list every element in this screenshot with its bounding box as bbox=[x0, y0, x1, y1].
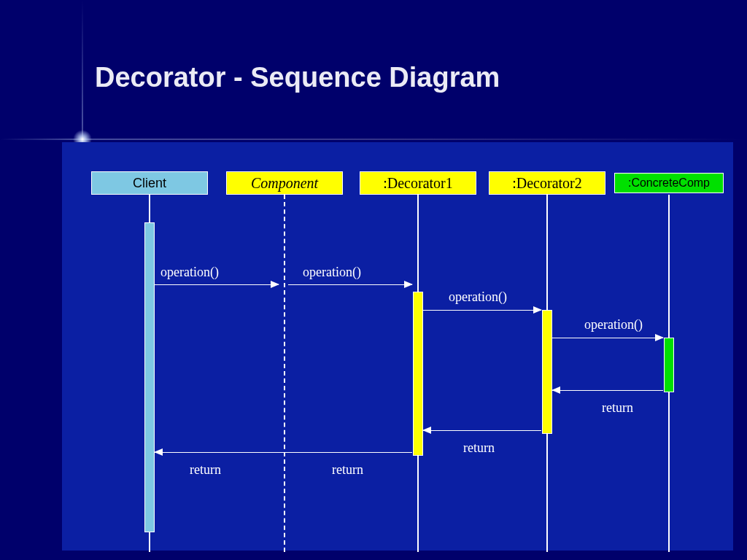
return-label: return bbox=[332, 462, 363, 478]
return-label: return bbox=[463, 440, 495, 456]
activation-decorator1 bbox=[413, 292, 423, 456]
participant-client: Client bbox=[91, 171, 208, 195]
participant-label: :ConcreteComp bbox=[628, 176, 710, 190]
participant-decorator2: :Decorator2 bbox=[489, 171, 605, 195]
decorative-line-horizontal bbox=[0, 139, 747, 140]
participant-label: :Decorator1 bbox=[383, 175, 453, 192]
lifeline-component bbox=[284, 195, 285, 552]
return-label: return bbox=[602, 400, 633, 416]
activation-concrete bbox=[664, 338, 674, 392]
participant-concrete: :ConcreteComp bbox=[614, 173, 724, 193]
message-arrow bbox=[552, 338, 663, 338]
message-label: operation() bbox=[160, 265, 219, 280]
participant-component: Component bbox=[226, 171, 343, 195]
return-arrow bbox=[552, 390, 663, 391]
message-label: operation() bbox=[449, 289, 507, 305]
return-arrow bbox=[155, 452, 412, 453]
message-arrow bbox=[288, 284, 412, 285]
participant-label: Component bbox=[251, 175, 318, 192]
participant-label: Client bbox=[133, 176, 166, 191]
activation-client bbox=[144, 222, 155, 532]
participant-label: :Decorator2 bbox=[512, 175, 582, 192]
return-label: return bbox=[190, 462, 221, 478]
return-arrow bbox=[423, 430, 541, 431]
message-arrow bbox=[155, 284, 279, 285]
message-label: operation() bbox=[584, 317, 643, 332]
participant-decorator1: :Decorator1 bbox=[360, 171, 476, 195]
message-label: operation() bbox=[303, 265, 361, 280]
slide-title: Decorator - Sequence Diagram bbox=[95, 62, 500, 93]
message-arrow bbox=[423, 310, 541, 311]
diagram-canvas: Client Component :Decorator1 :Decorator2… bbox=[62, 142, 733, 551]
activation-decorator2 bbox=[542, 310, 552, 434]
